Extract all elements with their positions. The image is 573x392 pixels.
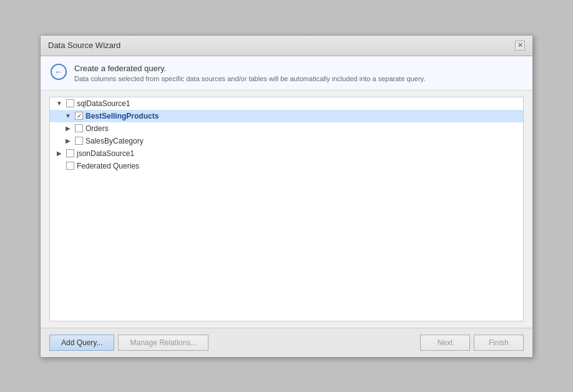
header-title: Create a federated query.	[74, 64, 425, 73]
checkbox-orders[interactable]	[75, 124, 83, 132]
tree-item-salesbycategory[interactable]: SalesByCategory	[50, 135, 523, 147]
expander-bestsellingproducts[interactable]	[64, 112, 72, 120]
dialog-title: Data Source Wizard	[48, 41, 120, 50]
header-subtitle: Data columns selected from specific data…	[74, 75, 425, 82]
header-text: Create a federated query. Data columns s…	[74, 64, 425, 82]
tree-item-jsondatasource1[interactable]: jsonDataSource1	[50, 147, 523, 160]
finish-button[interactable]: Finish	[474, 335, 524, 351]
item-label-jsondatasource1: jsonDataSource1	[77, 149, 134, 158]
item-label-sqldatasource1: sqlDataSource1	[77, 99, 130, 108]
back-button[interactable]: ←	[51, 64, 67, 80]
item-label-bestsellingproducts: BestSellingProducts	[86, 112, 159, 120]
expander-orders[interactable]	[64, 124, 72, 133]
close-button[interactable]: ✕	[515, 41, 525, 51]
footer-right-buttons: Next Finish	[420, 335, 524, 351]
item-label-orders: Orders	[86, 124, 109, 133]
footer: Add Query... Manage Relations... Next Fi…	[41, 328, 532, 357]
expander-sqldatasource1[interactable]	[55, 99, 64, 108]
checkbox-salesbycategory[interactable]	[75, 137, 83, 145]
tree-item-bestsellingproducts[interactable]: BestSellingProducts	[50, 110, 523, 122]
checkbox-jsondatasource1[interactable]	[66, 149, 74, 157]
add-query-button[interactable]: Add Query...	[49, 335, 114, 351]
checkbox-sqldatasource1[interactable]	[66, 99, 74, 107]
item-label-salesbycategory: SalesByCategory	[86, 137, 144, 145]
tree-view: sqlDataSource1 BestSellingProducts Order…	[49, 97, 524, 321]
checkbox-federatedqueries[interactable]	[66, 162, 74, 170]
tree-item-federatedqueries[interactable]: Federated Queries	[50, 160, 523, 172]
item-label-federatedqueries: Federated Queries	[77, 162, 139, 170]
back-icon: ←	[54, 67, 63, 77]
footer-left-buttons: Add Query... Manage Relations...	[49, 335, 208, 351]
checkbox-bestsellingproducts[interactable]	[75, 112, 83, 120]
next-button[interactable]: Next	[420, 335, 470, 351]
title-bar: Data Source Wizard ✕	[41, 36, 532, 56]
tree-item-sqldatasource1[interactable]: sqlDataSource1	[50, 97, 523, 110]
header-section: ← Create a federated query. Data columns…	[41, 56, 532, 91]
expander-jsondatasource1[interactable]	[55, 149, 64, 158]
manage-relations-button[interactable]: Manage Relations...	[118, 335, 208, 351]
tree-item-orders[interactable]: Orders	[50, 122, 523, 135]
data-source-wizard-dialog: Data Source Wizard ✕ ← Create a federate…	[40, 35, 533, 358]
expander-salesbycategory[interactable]	[64, 137, 72, 145]
